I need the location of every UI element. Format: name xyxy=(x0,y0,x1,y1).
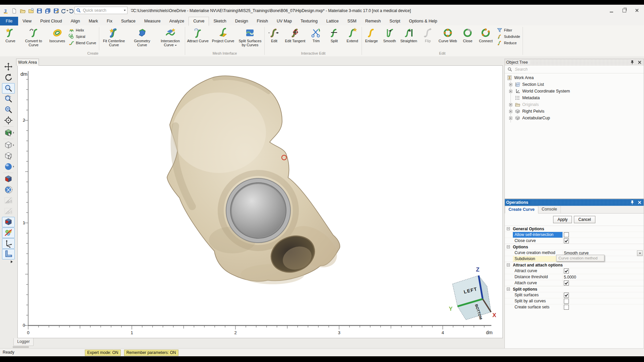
ribbon-button-convert-to-curve[interactable]: Convert to Curve xyxy=(19,26,48,48)
property-label[interactable]: Close curve xyxy=(513,238,562,244)
save-all-button[interactable] xyxy=(44,7,51,14)
dropdown-caret-icon[interactable] xyxy=(66,10,68,11)
viewport-scene[interactable]: 210 dm 01234 dm LEFT xyxy=(18,66,502,338)
ribbon-button-split-surfaces-by-curves[interactable]: Split Surfaces by Curves xyxy=(236,26,264,48)
menu-item-uv-map[interactable]: UV Map xyxy=(272,17,296,25)
menu-item-align[interactable]: Align xyxy=(66,17,85,25)
ribbon-button-curve[interactable]: Curve xyxy=(1,26,19,44)
ribbon-button-attract-curve[interactable]: Attract Curve xyxy=(185,26,210,44)
property-value[interactable] xyxy=(562,292,644,298)
menu-item-sketch[interactable]: Sketch xyxy=(209,17,230,25)
minimize-button[interactable] xyxy=(606,6,616,15)
ribbon-button-extend[interactable]: Extend xyxy=(343,26,361,44)
pin-icon[interactable] xyxy=(630,60,635,65)
property-label[interactable]: Subdivision xyxy=(513,256,562,262)
menu-item-point-cloud[interactable]: Point Cloud xyxy=(36,17,66,25)
logger-scrollbar-thumb[interactable] xyxy=(13,346,29,348)
checkbox-attach-curve[interactable] xyxy=(564,281,569,286)
tree-expander-icon[interactable] xyxy=(509,103,512,106)
checkbox-split-surfaces[interactable] xyxy=(564,293,569,298)
rotate-button[interactable] xyxy=(2,72,15,83)
property-value[interactable]: 5.0000 xyxy=(562,274,644,280)
ribbon-button-filter[interactable]: Filter xyxy=(495,27,521,33)
tree-item-originals[interactable]: Originals xyxy=(505,101,644,108)
tree-item-section-list[interactable]: Section List xyxy=(505,81,644,88)
flyout-arrow-icon[interactable] xyxy=(13,132,14,134)
property-label[interactable]: Split surfaces xyxy=(513,292,562,298)
quick-search-input[interactable] xyxy=(82,8,122,13)
active-clipping-button[interactable] xyxy=(2,217,15,227)
measure-ruler-button[interactable] xyxy=(2,249,15,259)
property-section-general-options[interactable]: General Options xyxy=(505,226,644,232)
ribbon-button-intersection-curve[interactable]: Intersection Curve xyxy=(156,26,184,48)
logger-tab[interactable]: Logger xyxy=(13,338,34,346)
cancel-button[interactable]: Cancel xyxy=(574,216,595,223)
zoom-out-button[interactable] xyxy=(2,105,15,115)
ribbon-button-split[interactable]: Split xyxy=(325,26,343,44)
zoom-fit-button[interactable] xyxy=(2,115,15,126)
property-value[interactable] xyxy=(562,238,644,244)
property-label[interactable]: Allow self-intersection xyxy=(513,232,562,238)
flyout-arrow-icon[interactable] xyxy=(13,144,14,146)
ribbon-button-geometry-curve[interactable]: Geometry Curve xyxy=(128,26,156,48)
view-cube-button[interactable] xyxy=(2,140,15,150)
shading-sphere-button[interactable] xyxy=(2,162,15,172)
ribbon-button-subdivide[interactable]: Subdivide xyxy=(495,34,521,40)
menu-item-lattice[interactable]: Lattice xyxy=(322,17,343,25)
pin-icon[interactable] xyxy=(630,200,635,205)
quick-search-box[interactable] xyxy=(74,7,127,14)
apply-button[interactable]: Apply xyxy=(553,216,572,223)
hip-bone-model[interactable] xyxy=(167,76,344,284)
menu-item-fix[interactable]: Fix xyxy=(102,17,117,25)
tree-item-right-pelvis[interactable]: Right Pelvis xyxy=(505,108,644,115)
undo-button[interactable] xyxy=(61,7,68,14)
hide-colors-button[interactable] xyxy=(2,228,15,238)
property-value[interactable] xyxy=(562,280,644,286)
menu-item-design[interactable]: Design xyxy=(231,17,253,25)
tree-expander-icon[interactable] xyxy=(509,110,512,113)
ribbon-button-trim[interactable]: Trim xyxy=(307,26,325,44)
menu-item-analyze[interactable]: Analyze xyxy=(165,17,189,25)
menu-item-options-help[interactable]: Options & Help xyxy=(405,17,441,25)
menu-item-measure[interactable]: Measure xyxy=(140,17,165,25)
zoom-window-button[interactable] xyxy=(2,94,15,104)
property-label[interactable]: Distance threshold xyxy=(513,274,562,280)
cut-view-button[interactable] xyxy=(2,185,15,195)
tree-item-acetabularcup[interactable]: AcetabularCup xyxy=(505,115,644,121)
close-button[interactable] xyxy=(632,6,642,15)
tree-expander-icon[interactable] xyxy=(509,117,512,120)
checkbox-close-curve[interactable] xyxy=(564,238,569,243)
checkbox-split-by-all-curves[interactable] xyxy=(564,299,569,304)
ribbon-button-connect[interactable]: Connect xyxy=(477,26,495,44)
checkbox-allow-self-intersection[interactable] xyxy=(564,232,569,237)
flyout-arrow-icon[interactable] xyxy=(13,166,14,168)
open-project-button[interactable] xyxy=(27,7,35,14)
property-value[interactable] xyxy=(562,268,644,274)
property-value[interactable] xyxy=(562,232,644,238)
ribbon-button-spiral[interactable]: Spiral xyxy=(67,34,98,40)
select-surface-button[interactable] xyxy=(2,128,15,138)
menu-item-script[interactable]: Script xyxy=(385,17,405,25)
property-label[interactable]: Create surface sets xyxy=(513,304,562,310)
menu-item-mark[interactable]: Mark xyxy=(84,17,102,25)
property-label[interactable]: Attach curve xyxy=(513,280,562,286)
menu-item-ssm[interactable]: SSM xyxy=(343,17,361,25)
ribbon-button-fit-centerline-curve[interactable]: Fit Centerline Curve xyxy=(100,26,128,48)
ribbon-button-reduce[interactable]: Reduce xyxy=(495,40,521,46)
pick-view-button[interactable] xyxy=(2,151,15,161)
acetabular-cup-sphere[interactable] xyxy=(226,178,290,243)
menu-item-file[interactable]: File xyxy=(0,17,18,25)
ribbon-button-edit[interactable]: Edit xyxy=(265,26,283,44)
section-collapse-icon[interactable] xyxy=(507,227,510,230)
ribbon-button-close[interactable]: Close xyxy=(459,26,477,44)
menu-item-curve[interactable]: Curve xyxy=(189,17,209,26)
3d-viewport[interactable]: 210 dm 01234 dm LEFT xyxy=(17,65,503,338)
save-button[interactable] xyxy=(36,7,43,14)
property-section-attract-and-attach-options[interactable]: Attract and attach options xyxy=(505,262,644,268)
tree-expander-icon[interactable] xyxy=(509,83,512,86)
tree-expander-icon[interactable] xyxy=(509,90,512,93)
section-collapse-icon[interactable] xyxy=(507,263,510,266)
menu-item-remesh[interactable]: Remesh xyxy=(361,17,385,25)
ribbon-button-project-curve[interactable]: Project Curve xyxy=(210,26,236,44)
ribbon-button-isocurves[interactable]: Isocurves xyxy=(48,26,67,44)
